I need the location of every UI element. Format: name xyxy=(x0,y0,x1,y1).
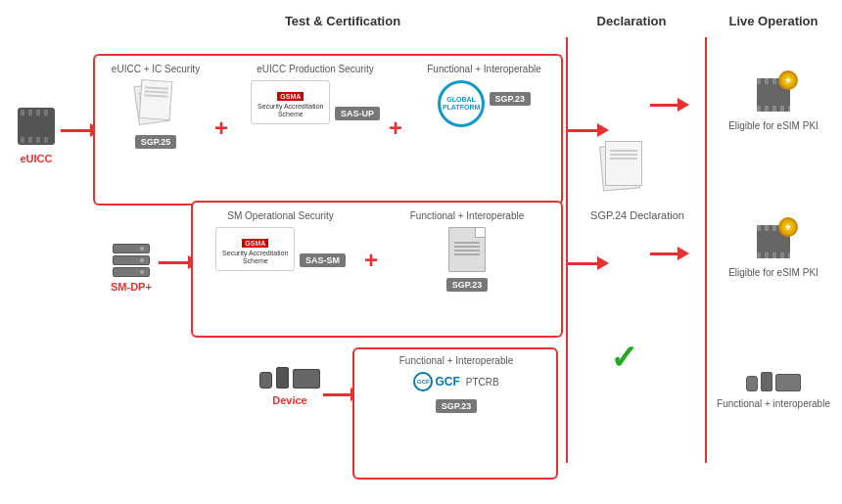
checkmark-container: ✓ xyxy=(610,338,637,377)
sgp23-label-1: SGP.23 xyxy=(490,92,531,106)
euicc-prod-title: eUICC Production Security xyxy=(247,64,384,74)
plus2: + xyxy=(389,115,402,142)
gcf-circle: GCF xyxy=(413,372,433,391)
live-smdp-label: Eligible for eSIM PKI xyxy=(715,266,832,279)
smdp-label: SM-DP+ xyxy=(111,281,152,293)
live-operation-header: Live Operation xyxy=(715,14,832,28)
sm-op-title: SM Operational Security xyxy=(205,210,356,221)
device-icons xyxy=(259,367,320,389)
euicc-ic-title: eUICC + IC Security xyxy=(107,64,205,74)
tablet-icon xyxy=(293,369,320,389)
doc-stack xyxy=(595,137,649,196)
watch-icon xyxy=(259,372,272,389)
device-red-box: Functional + Interoperable GCF GCF PTCRB… xyxy=(352,347,558,480)
sas-text-2: Security AccreditationScheme xyxy=(222,250,288,266)
ptcrb-text: PTCRB xyxy=(466,377,499,388)
gsma-logo-2: GSMA xyxy=(242,239,268,248)
divider-right xyxy=(705,37,707,463)
euicc-func-title: Functional + Interoperable xyxy=(418,64,550,74)
smdp-source: SM-DP+ xyxy=(111,240,152,293)
main-diagram: Test & Certification Declaration Live Op… xyxy=(0,0,842,504)
device-source: Device xyxy=(259,367,320,406)
decl-doc2 xyxy=(605,141,642,186)
sgp24-label: SGP.24 Declaration xyxy=(590,209,684,221)
gcf-text: GCF xyxy=(435,375,459,389)
smdp-func-title: Functional + Interoperable xyxy=(398,210,536,221)
film-medal-2: ★ xyxy=(757,225,790,262)
sgp23-label-2: SGP.23 xyxy=(446,278,488,292)
sas-up-label: SAS-UP xyxy=(335,107,380,120)
device-func-block: Functional + Interoperable GCF GCF PTCRB… xyxy=(364,355,548,413)
euicc-film-icon xyxy=(18,108,55,145)
live-tablet-icon xyxy=(775,374,801,391)
sgp24-label-container: SGP.24 Declaration xyxy=(584,206,691,223)
smdp-doc-icon xyxy=(448,227,486,272)
arrow-decl-live1 xyxy=(650,98,689,112)
smdp-server-icon xyxy=(113,244,150,277)
sgp25-label: SGP.25 xyxy=(135,135,176,149)
live-device: Functional + interoperable xyxy=(715,372,832,410)
declaration-docs xyxy=(595,137,649,196)
device-label: Device xyxy=(259,394,320,406)
live-smdp: ★ Eligible for eSIM PKI xyxy=(715,225,832,279)
phone-icon xyxy=(276,367,289,389)
gsma-logo: GSMA xyxy=(277,92,304,101)
gcf-ptcrb-logos: GCF GCF PTCRB xyxy=(364,372,548,391)
live-euicc: ★ Eligible for eSIM PKI xyxy=(715,78,832,132)
sas-sm-label: SAS-SM xyxy=(300,253,346,267)
divider-left xyxy=(566,37,568,463)
live-watch-icon xyxy=(746,376,758,391)
sas-text: Security AccreditationScheme xyxy=(257,103,323,119)
sgp23-label-3: SGP.23 xyxy=(436,399,477,413)
gsma-sas-badge: GSMA Security AccreditationScheme xyxy=(251,80,330,124)
medal-1: ★ xyxy=(778,70,798,90)
doc-pile xyxy=(126,80,185,131)
doc2 xyxy=(139,79,173,120)
test-cert-header: Test & Certification xyxy=(157,14,529,28)
declaration-header: Declaration xyxy=(578,14,685,28)
plus1: + xyxy=(214,115,228,142)
euicc-label: eUICC xyxy=(18,153,55,164)
smdp-red-box: SM Operational Security GSMA Security Ac… xyxy=(191,201,563,338)
live-device-icons xyxy=(715,372,832,391)
film-medal-1: ★ xyxy=(757,78,790,115)
device-func-title: Functional + Interoperable xyxy=(364,355,548,366)
euicc-ic-block: eUICC + IC Security SGP.25 xyxy=(107,64,205,149)
live-device-label: Functional + interoperable xyxy=(715,397,832,410)
live-phone-icon xyxy=(761,372,772,391)
gcf-logo: GCF GCF xyxy=(413,372,459,391)
live-euicc-label: Eligible for eSIM PKI xyxy=(715,119,832,132)
smdp-func-block: Functional + Interoperable SGP.23 xyxy=(398,210,536,292)
arrow-decl-live2 xyxy=(650,247,689,260)
euicc-source: eUICC xyxy=(18,108,55,164)
euicc-func-block: Functional + Interoperable GLOBALPLATFOR… xyxy=(418,64,550,127)
medal-2: ★ xyxy=(778,217,798,237)
euicc-prod-block: eUICC Production Security GSMA Security … xyxy=(247,64,384,124)
gsma-sas-sm-badge: GSMA Security AccreditationScheme xyxy=(215,227,295,271)
euicc-red-box: eUICC + IC Security SGP.25 + eUICC Prod xyxy=(93,54,563,206)
gp-logo: GLOBALPLATFORM xyxy=(438,80,485,127)
sm-op-block: SM Operational Security GSMA Security Ac… xyxy=(205,210,356,271)
checkmark-icon: ✓ xyxy=(610,339,637,376)
plus3: + xyxy=(364,247,378,274)
